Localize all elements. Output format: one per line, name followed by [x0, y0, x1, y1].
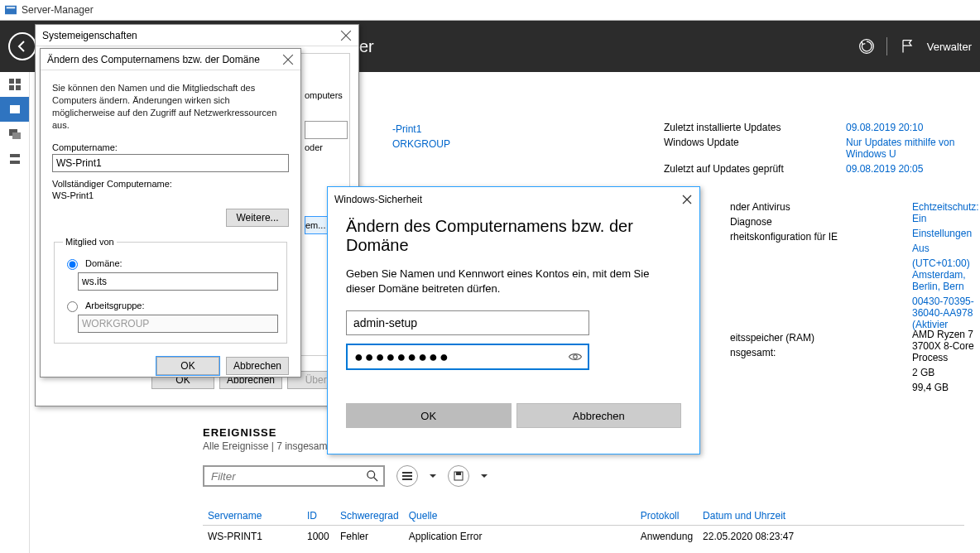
- events-save-button[interactable]: [448, 465, 469, 487]
- chevron-down-icon[interactable]: [481, 473, 488, 479]
- prop-value-link[interactable]: 09.08.2019 20:10: [846, 122, 980, 133]
- svg-point-25: [574, 355, 578, 359]
- refresh-icon[interactable]: [858, 38, 875, 55]
- security-heading: Ändern des Computernamens bzw. der Domän…: [346, 217, 681, 255]
- back-button[interactable]: [8, 32, 36, 60]
- sidebar-local-server[interactable]: [0, 97, 29, 122]
- input-fragment: [305, 121, 348, 139]
- svg-point-12: [368, 471, 375, 478]
- computername-input[interactable]: [52, 154, 289, 172]
- fullname-label: Vollständiger Computername:: [52, 179, 289, 189]
- svg-line-13: [374, 478, 377, 481]
- manage-link[interactable]: Verwalter: [927, 41, 972, 53]
- domain-radio-label: Domäne:: [85, 258, 122, 268]
- computer-name-link[interactable]: -Print1: [392, 123, 450, 135]
- password-input[interactable]: [346, 344, 589, 370]
- search-icon[interactable]: [367, 470, 378, 482]
- flag-icon[interactable]: [899, 38, 915, 55]
- svg-rect-7: [10, 105, 20, 113]
- chevron-down-icon[interactable]: [430, 473, 436, 479]
- security-instruction: Geben Sie Namen und Kennwort eines Konto…: [346, 267, 681, 296]
- svg-rect-0: [5, 6, 17, 15]
- col-src[interactable]: Quelle: [404, 507, 636, 526]
- cancel-button[interactable]: Abbrechen: [226, 357, 289, 375]
- reveal-password-icon[interactable]: [568, 349, 583, 364]
- svg-rect-5: [9, 85, 14, 90]
- prop-value: 99,4 GB: [912, 382, 980, 393]
- col-sev[interactable]: Schweregrad: [335, 507, 404, 526]
- events-columns-button[interactable]: [396, 465, 418, 487]
- separator: [886, 37, 887, 55]
- svg-rect-15: [402, 475, 412, 477]
- prop-label: Windows Update: [664, 137, 846, 160]
- svg-rect-14: [402, 472, 412, 474]
- svg-rect-9: [12, 132, 21, 139]
- prop-label: rheitskonfiguration für IE: [730, 231, 846, 243]
- ok-button[interactable]: OK: [346, 403, 512, 428]
- prop-value-link[interactable]: Aus: [912, 243, 980, 254]
- col-dt[interactable]: Datum und Uhrzeit: [698, 507, 964, 526]
- prop-value: AMD Ryzen 7 3700X 8-Core Process: [912, 329, 980, 363]
- close-icon[interactable]: [681, 194, 693, 205]
- prop-value-link[interactable]: Echtzeitschutz: Ein: [912, 201, 980, 224]
- sidebar-dashboard[interactable]: [0, 72, 29, 97]
- workgroup-link[interactable]: ORKGROUP: [392, 138, 450, 150]
- prop-label: Diagnose: [730, 216, 846, 228]
- prop-label: Zuletzt installierte Updates: [664, 122, 846, 133]
- close-icon[interactable]: [282, 54, 294, 65]
- dialog-windows-security: Windows-Sicherheit Ändern des Computerna…: [327, 186, 700, 454]
- svg-rect-18: [456, 472, 461, 475]
- close-icon[interactable]: [340, 30, 352, 41]
- cancel-button[interactable]: Abbrechen: [516, 403, 682, 428]
- dialog-description: Sie können den Namen und die Mitgliedsch…: [52, 82, 289, 131]
- prop-label: Zuletzt auf Updates geprüft: [664, 163, 846, 175]
- prop-label: eitsspeicher (RAM): [730, 332, 846, 344]
- svg-rect-1: [7, 7, 16, 9]
- prop-label: nder Antivirus: [730, 201, 846, 213]
- dialog-title: Ändern des Computernamens bzw. der Domän…: [47, 54, 260, 65]
- workgroup-input: [78, 315, 278, 333]
- prop-value-link[interactable]: 00430-70395-36040-AA978 (Aktivier: [912, 296, 980, 330]
- ok-button[interactable]: OK: [156, 357, 219, 375]
- workgroup-radio-label: Arbeitsgruppe:: [85, 301, 145, 310]
- col-proto[interactable]: Protokoll: [636, 507, 698, 526]
- events-filter[interactable]: [203, 465, 385, 487]
- prop-value: 2 GB: [912, 367, 980, 378]
- events-table: Servername ID Schweregrad Quelle Protoko…: [203, 507, 964, 547]
- workgroup-radio[interactable]: [67, 301, 78, 312]
- computername-label: Computername:: [52, 142, 289, 152]
- col-id[interactable]: ID: [302, 507, 335, 526]
- col-server[interactable]: Servername: [203, 507, 302, 526]
- app-icon: [5, 4, 17, 16]
- text-fragment: oder: [305, 142, 323, 152]
- member-of-fieldset: Mitglied von Domäne: Arbeitsgruppe:: [54, 237, 287, 344]
- domain-input[interactable]: [78, 272, 278, 291]
- svg-rect-3: [9, 79, 14, 84]
- window-titlebar: Server-Manager: [0, 0, 980, 21]
- prop-value-link[interactable]: 09.08.2019 20:05: [846, 163, 980, 175]
- svg-rect-16: [402, 478, 412, 480]
- svg-rect-4: [16, 79, 21, 84]
- fieldset-legend: Mitglied von: [63, 237, 117, 247]
- dialog-title: Windows-Sicherheit: [334, 194, 422, 205]
- prop-value-link[interactable]: Nur Updates mithilfe von Windows U: [846, 137, 980, 160]
- window-title: Server-Manager: [22, 4, 94, 16]
- prop-label: nsgesamt:: [730, 347, 846, 358]
- more-button[interactable]: Weitere...: [226, 209, 289, 227]
- fullname-value: WS-Print1: [52, 190, 289, 200]
- sidebar-all-servers[interactable]: [0, 122, 29, 147]
- tab-fragment: omputers: [305, 90, 343, 100]
- svg-rect-11: [10, 161, 20, 164]
- username-input[interactable]: [346, 310, 589, 335]
- table-row[interactable]: WS-PRINT1 1000 Fehler Application Error …: [203, 526, 964, 548]
- sidebar: [0, 72, 30, 553]
- svg-rect-6: [16, 85, 21, 90]
- prop-value-link[interactable]: (UTC+01:00) Amsterdam, Berlin, Bern: [912, 257, 980, 292]
- sidebar-roles[interactable]: [0, 147, 29, 171]
- dialog-change-name: Ändern des Computernamens bzw. der Domän…: [40, 48, 301, 377]
- domain-radio[interactable]: [67, 259, 78, 270]
- prop-value-link[interactable]: Einstellungen: [912, 228, 980, 239]
- dialog-title: Systemeigenschaften: [42, 30, 137, 41]
- events-filter-input[interactable]: [209, 469, 367, 483]
- svg-rect-10: [10, 154, 20, 157]
